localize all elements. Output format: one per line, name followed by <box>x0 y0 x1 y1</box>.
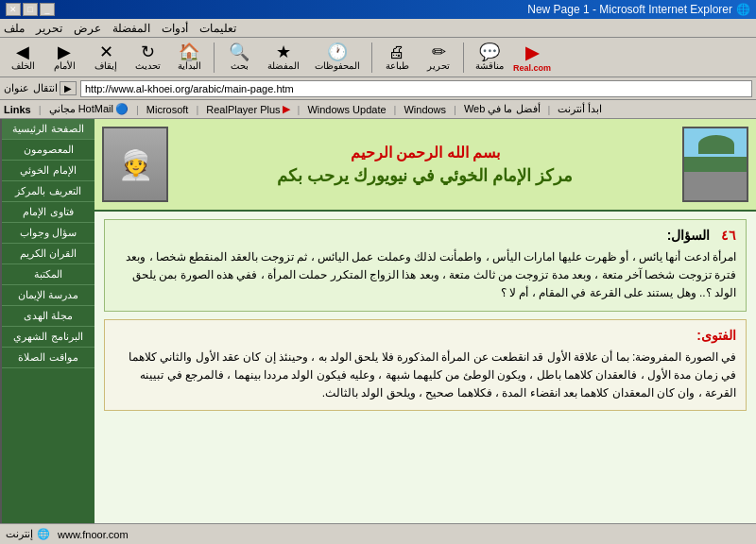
separator-2 <box>371 42 372 73</box>
answer-title: الفتوى: <box>114 328 736 343</box>
window-title: New Page 1 - Microsoft Internet Explorer <box>527 3 732 16</box>
close-button[interactable]: ✕ <box>6 3 21 16</box>
stop-button[interactable]: ✕ إيقاف <box>87 42 125 73</box>
sidebar-item-salat[interactable]: مواقت الصلاة <box>2 348 94 368</box>
minimize-button[interactable]: _ <box>40 3 55 16</box>
nav-go-button[interactable]: ▶ <box>60 81 77 95</box>
link-windows-update[interactable]: Windows Update <box>307 104 386 115</box>
stop-label: إيقاف <box>94 60 117 71</box>
home-button[interactable]: 🏠 البداية <box>170 42 208 73</box>
person-image: 👳 <box>104 128 166 201</box>
hotmail-icon: 🔵 <box>115 103 129 115</box>
title-bar-left: 🌐 New Page 1 - Microsoft Internet Explor… <box>527 3 750 16</box>
menu-help[interactable]: تعليمات <box>199 22 236 35</box>
history-label: المحفوظات <box>315 60 360 71</box>
sidebar-item-center[interactable]: التعريف بالمركز <box>2 181 94 202</box>
realcom-icon: ▶ <box>525 42 539 63</box>
qa-content: ٤٦ السؤال: امرأة ادعت أنها يائس ، أو ظهر… <box>94 212 756 418</box>
separator-3 <box>463 42 464 73</box>
home-label: البداية <box>178 60 201 71</box>
answer-block: الفتوى: في الصورة المفروضة: بما أن علاقة… <box>104 319 747 412</box>
sidebar-item-masoumeen[interactable]: المعصومون <box>2 140 94 161</box>
menu-bar: ملف تحرير عرض المفضلة أدوات تعليمات <box>0 19 756 38</box>
internet-icon: 🌐 <box>37 528 50 540</box>
mosque-image <box>684 128 747 201</box>
bismillah-text: بسم الله الرحمن الرحيم <box>168 144 682 162</box>
history-button[interactable]: 🕐 المحفوظات <box>309 42 366 73</box>
realcom-button[interactable]: ▶ Real.com <box>513 42 551 73</box>
favorites-button[interactable]: ★ المفضلة <box>262 42 305 73</box>
link-internet-start[interactable]: ابدأ أنترنت <box>558 103 602 115</box>
sidebar-item-fatawa[interactable]: فتاوى الإمام <box>2 202 94 223</box>
back-button[interactable]: ◀ الخلف <box>4 42 42 73</box>
back-icon: ◀ <box>16 43 29 60</box>
sidebar-item-home[interactable]: الصفحة الرئيسية <box>2 119 94 140</box>
print-button[interactable]: 🖨 طباعة <box>378 42 416 73</box>
discuss-icon: 💬 <box>479 43 500 60</box>
refresh-button[interactable]: ↻ تحديث <box>129 42 166 73</box>
menu-tools[interactable]: أدوات <box>162 22 188 35</box>
favorites-icon: ★ <box>276 43 291 60</box>
ie-icon: 🌐 <box>736 3 750 16</box>
sidebar-item-magazine[interactable]: مجلة الهدى <box>2 306 94 327</box>
link-realplayer[interactable]: ▶ RealPlayer Plus <box>206 103 289 115</box>
history-icon: 🕐 <box>327 43 348 60</box>
sidebar-item-quran[interactable]: القران الكريم <box>2 244 94 264</box>
edit-label: تحرير <box>427 60 450 71</box>
refresh-label: تحديث <box>135 60 161 71</box>
question-label: السؤال: <box>667 228 711 243</box>
question-title: ٤٦ السؤال: <box>114 228 736 243</box>
address-input[interactable] <box>80 80 752 97</box>
divider-5: | <box>394 104 397 115</box>
link-best-web[interactable]: أفضل ما في Web <box>464 103 541 115</box>
forward-button[interactable]: ▶ الأمام <box>45 42 83 73</box>
search-button[interactable]: 🔍 بحث <box>220 42 258 73</box>
question-text: امرأة ادعت أنها يائس ، أو ظهرت عليها اما… <box>114 248 736 303</box>
sidebar-item-library[interactable]: المكتبة <box>2 264 94 285</box>
center-name-text: مركز الإمام الخوئي في نيويورك يرحب بكم <box>168 165 682 186</box>
sidebar-item-program[interactable]: البرنامج الشهري <box>2 327 94 348</box>
divider-2: | <box>136 104 139 115</box>
menu-edit[interactable]: تحرير <box>36 22 62 35</box>
address-label: عنوان <box>4 82 29 94</box>
content-area[interactable]: بسم الله الرحمن الرحيم مركز الإمام الخوئ… <box>94 119 756 523</box>
status-bar: 🌐 إنترنت www.fnoor.com <box>0 523 756 544</box>
menu-view[interactable]: عرض <box>74 22 101 35</box>
menu-file[interactable]: ملف <box>4 22 25 35</box>
stop-icon: ✕ <box>99 43 113 60</box>
back-label: الخلف <box>11 60 35 71</box>
discuss-button[interactable]: 💬 مناقشة <box>470 42 509 73</box>
divider-1: | <box>39 104 42 115</box>
toolbar: ◀ الخلف ▶ الأمام ✕ إيقاف ↻ تحديث 🏠 البدا… <box>0 38 756 77</box>
home-icon: 🏠 <box>179 43 199 60</box>
separator-1 <box>214 42 215 73</box>
realcom-label: Real.com <box>513 63 551 73</box>
title-bar: 🌐 New Page 1 - Microsoft Internet Explor… <box>0 0 756 19</box>
link-hotmail[interactable]: 🔵 HotMail مجاني <box>49 103 129 115</box>
sidebar-item-questions[interactable]: سؤال وجواب <box>2 223 94 244</box>
answer-text: في الصورة المفروضة: بما أن علاقة الأول ق… <box>114 348 736 403</box>
edit-icon: ✏ <box>432 43 446 60</box>
mosque-image-box <box>682 127 748 202</box>
maximize-button[interactable]: □ <box>23 3 38 16</box>
sidebar-item-imam[interactable]: الإمام الخوئي <box>2 161 94 181</box>
realplayer-icon: ▶ <box>283 103 290 115</box>
link-microsoft[interactable]: Microsoft <box>146 104 189 115</box>
edit-button[interactable]: ✏ تحرير <box>420 42 457 73</box>
mosque-dome <box>698 135 734 154</box>
menu-favorites[interactable]: المفضلة <box>112 22 150 35</box>
title-bar-buttons[interactable]: _ □ ✕ <box>6 3 55 16</box>
divider-4: | <box>298 104 301 115</box>
print-icon: 🖨 <box>388 43 405 60</box>
status-zone-text: إنترنت <box>6 528 33 540</box>
link-windows[interactable]: Windows <box>404 104 446 115</box>
discuss-label: مناقشة <box>475 60 504 71</box>
header-banner: بسم الله الرحمن الرحيم مركز الإمام الخوئ… <box>94 119 756 212</box>
refresh-icon: ↻ <box>141 43 155 60</box>
nav-arrows[interactable]: ▶ انتقال <box>33 81 77 95</box>
status-url: www.fnoor.com <box>58 529 750 540</box>
links-label: Links <box>4 104 31 115</box>
nav-label: انتقال <box>33 82 58 94</box>
forward-label: الأمام <box>54 60 76 71</box>
sidebar-item-school[interactable]: مدرسة الإيمان <box>2 285 94 306</box>
